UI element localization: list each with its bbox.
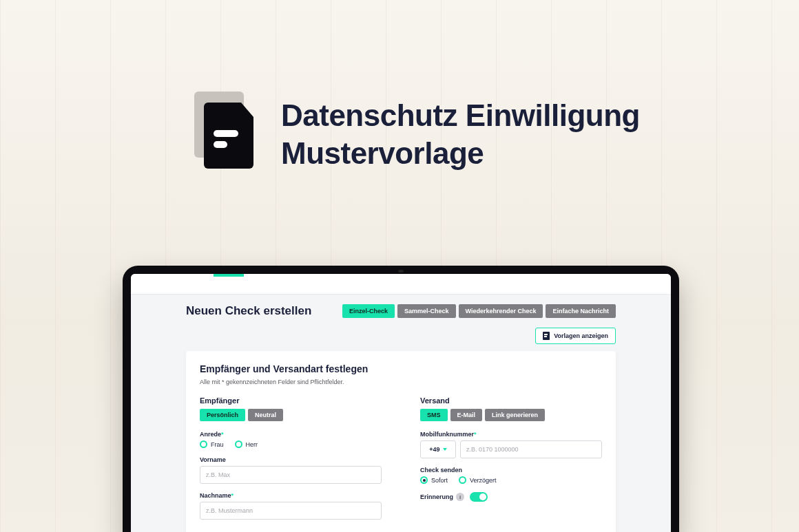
firstname-label: Vorname: [200, 456, 382, 463]
send-group-title: Versand: [420, 396, 602, 405]
document-icon: [200, 97, 259, 171]
app-screen: Neuen Check erstellen Einzel-Check Samme…: [131, 274, 671, 532]
check-type-tabs: Einzel-Check Sammel-Check Wiederkehrende…: [342, 304, 616, 318]
lastname-field: Nachname*: [200, 492, 382, 520]
radio-herr[interactable]: Herr: [235, 440, 258, 448]
form-card: Empfänger und Versandart festlegen Alle …: [186, 351, 616, 532]
toolbar: Vorlagen anzeigen: [186, 328, 616, 344]
section-title: Empfänger und Versandart festlegen: [200, 363, 602, 374]
recipient-mode-pills: Persönlich Neutral: [200, 409, 382, 421]
tab-einzel-check[interactable]: Einzel-Check: [342, 304, 395, 318]
app-content: Neuen Check erstellen Einzel-Check Samme…: [131, 295, 671, 532]
pill-email[interactable]: E-Mail: [450, 409, 483, 421]
page-header: Neuen Check erstellen Einzel-Check Samme…: [186, 304, 616, 318]
tab-einfache-nachricht[interactable]: Einfache Nachricht: [546, 304, 616, 318]
dial-code-value: +49: [429, 446, 439, 453]
lastname-label: Nachname*: [200, 492, 382, 499]
phone-field: Mobilfunknummer* +49: [420, 431, 602, 458]
recipient-column: Empfänger Persönlich Neutral Anrede* Fra…: [200, 396, 382, 528]
camera-icon: [398, 270, 404, 273]
show-templates-label: Vorlagen anzeigen: [554, 332, 608, 339]
radio-frau-label: Frau: [211, 441, 224, 448]
salutation-label: Anrede*: [200, 431, 382, 438]
channel-pills: SMS E-Mail Link generieren: [420, 409, 602, 421]
radio-dot-icon: [459, 476, 466, 484]
pill-neutral[interactable]: Neutral: [248, 409, 283, 421]
phone-label: Mobilfunknummer*: [420, 431, 602, 438]
radio-dot-icon: [200, 440, 207, 448]
salutation-field: Anrede* Frau Herr: [200, 431, 382, 448]
chevron-down-icon: [443, 448, 447, 451]
radio-verzoegert-label: Verzögert: [470, 477, 497, 484]
send-check-label: Check senden: [420, 467, 602, 474]
radio-herr-label: Herr: [246, 441, 258, 448]
reminder-label: Erinnerung: [420, 493, 453, 500]
hero-title-line1: Datenschutz Einwilligung: [281, 96, 640, 134]
laptop-frame: Neuen Check erstellen Einzel-Check Samme…: [123, 266, 679, 532]
hero-title: Datenschutz Einwilligung Mustervorlage: [281, 96, 640, 172]
tab-wiederkehrend[interactable]: Wiederkehrender Check: [459, 304, 543, 318]
firstname-field: Vorname: [200, 456, 382, 484]
hero-title-line2: Mustervorlage: [281, 134, 640, 172]
radio-frau[interactable]: Frau: [200, 440, 224, 448]
reminder-toggle[interactable]: [470, 492, 488, 502]
recipient-group-title: Empfänger: [200, 396, 382, 405]
radio-dot-icon: [420, 476, 428, 484]
page-title: Neuen Check erstellen: [186, 304, 311, 318]
section-subtitle: Alle mit * gekennzeichneten Felder sind …: [200, 379, 602, 385]
dial-code-select[interactable]: +49: [420, 440, 456, 458]
app-topbar: [131, 274, 671, 295]
topbar-accent: [214, 274, 244, 277]
pill-persoenlich[interactable]: Persönlich: [200, 409, 245, 421]
firstname-input[interactable]: [200, 466, 382, 484]
reminder-row: Erinnerung i: [420, 492, 602, 502]
radio-sofort[interactable]: Sofort: [420, 476, 448, 484]
pill-link[interactable]: Link generieren: [485, 409, 545, 421]
pill-sms[interactable]: SMS: [420, 409, 448, 421]
tab-sammel-check[interactable]: Sammel-Check: [397, 304, 456, 318]
send-column: Versand SMS E-Mail Link generieren Mobil…: [420, 396, 602, 528]
info-icon[interactable]: i: [456, 493, 464, 501]
radio-dot-icon: [235, 440, 242, 448]
show-templates-button[interactable]: Vorlagen anzeigen: [535, 328, 616, 344]
lastname-input[interactable]: [200, 502, 382, 520]
hero: Datenschutz Einwilligung Mustervorlage: [200, 96, 640, 172]
document-icon: [543, 332, 550, 340]
radio-sofort-label: Sofort: [431, 477, 448, 484]
send-check-field: Check senden Sofort Verzögert: [420, 467, 602, 484]
radio-verzoegert[interactable]: Verzögert: [459, 476, 497, 484]
phone-input[interactable]: [460, 440, 602, 458]
